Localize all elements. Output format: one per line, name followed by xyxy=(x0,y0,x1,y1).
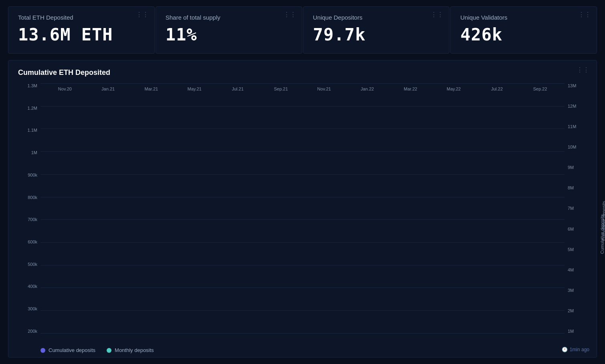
y-right-label: 7M xyxy=(568,206,574,211)
legend-item-cumulative: Cumulative deposits xyxy=(40,347,95,353)
stat-value-share: 11% xyxy=(166,25,292,44)
y-left-label: 200k xyxy=(28,329,37,334)
stat-label-share: Share of total supply xyxy=(166,14,292,21)
legend: Cumulative deposits Monthly deposits xyxy=(18,345,587,353)
y-left-label: 600k xyxy=(28,239,37,244)
legend-dot-monthly xyxy=(107,348,111,353)
stat-label-depositors: Unique Depositors xyxy=(313,14,440,21)
y-right-label: 9M xyxy=(568,165,574,170)
y-right-label: 1M xyxy=(568,329,574,334)
y-right-label: 8M xyxy=(568,185,574,190)
y-left-label: 1M xyxy=(31,150,37,155)
y-left-label: 800k xyxy=(28,195,37,200)
share-icon-2: ⋮⋮ xyxy=(283,11,296,18)
legend-label-monthly: Monthly deposits xyxy=(115,347,154,353)
y-left-label: 900k xyxy=(28,173,37,177)
y-right-label: 6M xyxy=(568,227,574,231)
y-left-label: 1.2M xyxy=(28,106,37,111)
y-right-label: 10M xyxy=(568,145,576,149)
stat-card-share: ⋮⋮ Share of total supply 11% xyxy=(156,6,302,54)
chart-section: Cumulative ETH Deposited 1.3M1.2M1.1M1M9… xyxy=(8,60,597,358)
y-right-label: 13M xyxy=(568,83,576,88)
timestamp-text: 1min ago xyxy=(570,347,589,352)
stats-row: ⋮⋮ Total ETH Deposited 13.6M ETH ⋮⋮ Shar… xyxy=(8,6,597,54)
y-right-label: 2M xyxy=(568,308,574,313)
share-icon-4: ⋮⋮ xyxy=(578,11,591,18)
chart-inner: Nov.20Jan.21Mar.21May.21Jul.21Sep.21Nov.… xyxy=(40,83,565,345)
y-left-label: 500k xyxy=(28,262,37,267)
stat-label-total-eth: Total ETH Deposited xyxy=(18,14,145,21)
y-left-label: 700k xyxy=(28,217,37,222)
legend-dot-cumulative xyxy=(40,348,45,353)
stat-value-depositors: 79.7k xyxy=(313,25,440,44)
stat-card-total-eth: ⋮⋮ Total ETH Deposited 13.6M ETH xyxy=(8,6,155,54)
y-left-label: 400k xyxy=(28,284,37,289)
share-icon-1: ⋮⋮ xyxy=(136,11,149,18)
y-right-label: 3M xyxy=(568,288,574,293)
chart-area: 1.3M1.2M1.1M1M900k800k700k600k500k400k30… xyxy=(18,83,587,345)
legend-item-monthly: Monthly deposits xyxy=(107,347,154,353)
y-axis-left: 1.3M1.2M1.1M1M900k800k700k600k500k400k30… xyxy=(18,83,40,345)
bars-container xyxy=(40,83,565,334)
y-right-label: 11M xyxy=(568,124,576,129)
dashboard: ⋮⋮ Total ETH Deposited 13.6M ETH ⋮⋮ Shar… xyxy=(0,0,605,364)
share-icon-chart: ⋮⋮ xyxy=(577,66,589,74)
y-axis-right: Cumulative deposits Cumulative deposits1… xyxy=(565,83,587,345)
y-right-label: 4M xyxy=(568,267,574,272)
stat-card-depositors: ⋮⋮ Unique Depositors 79.7k xyxy=(303,6,450,54)
stat-value-validators: 426k xyxy=(460,25,587,44)
y-left-label: 300k xyxy=(28,306,37,311)
y-left-label: 1.1M xyxy=(28,128,37,133)
y-left-label: 1.3M xyxy=(28,83,37,88)
stat-card-validators: ⋮⋮ Unique Validators 426k xyxy=(450,6,597,54)
legend-label-cumulative: Cumulative deposits xyxy=(49,347,95,353)
clock-icon: 🕐 xyxy=(562,347,568,352)
share-icon-3: ⋮⋮ xyxy=(431,11,443,18)
y-right-label: 12M xyxy=(568,104,576,109)
y-right-rotate-label: Cumulative deposits xyxy=(601,201,605,241)
stat-value-total-eth: 13.6M ETH xyxy=(18,25,145,44)
stat-label-validators: Unique Validators xyxy=(460,14,587,21)
timestamp: 🕐 1min ago xyxy=(562,347,589,352)
chart-title: Cumulative ETH Deposited xyxy=(18,68,587,77)
y-right-label: 5M xyxy=(568,247,574,252)
